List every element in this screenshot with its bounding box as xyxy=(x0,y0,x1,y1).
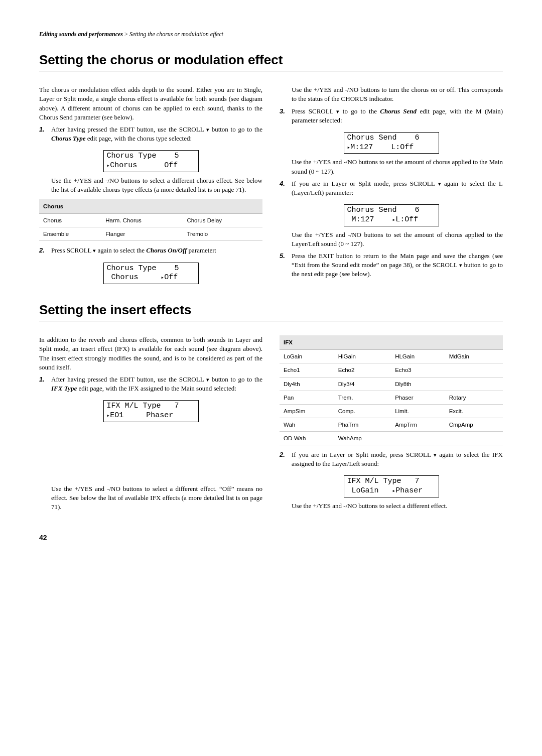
table-row: AmpSimComp.Limit.Excit. xyxy=(280,404,503,418)
step-3: 3. Press SCROLL to go to the Chorus Send… xyxy=(280,107,503,128)
lcd-chorus-send-m: Chorus Send 6 M:127 L:Off xyxy=(344,132,439,154)
step-2-after: Use the +/YES and -/NO buttons to turn t… xyxy=(292,85,503,103)
step-number: 3. xyxy=(280,107,288,128)
step-1-ifx-after: Use the +/YES and -/NO buttons to select… xyxy=(51,484,262,512)
lcd-ifx-layer: IFX M/L Type 7 LoGain Phaser xyxy=(344,475,439,497)
lcd-ifx-main: IFX M/L Type 7 EO1 Phaser xyxy=(103,400,199,422)
step-number: 5. xyxy=(280,251,288,282)
step-4-after: Use the +/YES and -/NO buttons to set th… xyxy=(292,230,503,248)
step-number: 1. xyxy=(39,125,47,146)
step-2-ifx: 2. If you are in Layer or Split mode, pr… xyxy=(280,450,503,471)
ifx-table-header: IFX xyxy=(280,335,503,350)
step-5: 5. Press the EXIT button to return to th… xyxy=(280,251,503,282)
table-row: Dly4thDly3/4Dly8th xyxy=(280,377,503,391)
table-row: Ensemble Flanger Tremolo xyxy=(39,227,262,241)
ifx-table: IFX LoGainHiGainHLGainMdGain Echo1Echo2E… xyxy=(280,335,503,445)
step-3-after: Use the +/YES and -/NO buttons to set th… xyxy=(292,158,503,176)
step-2-ifx-after: Use the +/YES and -/NO buttons to select… xyxy=(292,501,503,511)
section-2-columns: In addition to the reverb and chorus eff… xyxy=(39,335,503,515)
table-row: Echo1Echo2Echo3 xyxy=(280,363,503,377)
chorus-table: Chorus Chorus Harm. Chorus Chorus Delay … xyxy=(39,199,262,241)
section-1-columns: The chorus or modulation effect adds dep… xyxy=(39,85,503,287)
chorus-table-header: Chorus xyxy=(39,199,262,214)
step-1-after: Use the +/YES and -/NO buttons to select… xyxy=(51,176,262,194)
step-2: 2. Press SCROLL again to select the Chor… xyxy=(39,246,262,258)
intro-paragraph-2: In addition to the reverb and chorus eff… xyxy=(39,335,262,372)
step-number: 1. xyxy=(39,375,47,396)
step-4: 4. If you are in Layer or Split mode, pr… xyxy=(280,179,503,200)
step-1: 1. After having pressed the EDIT button,… xyxy=(39,125,262,146)
breadcrumb: Editing sounds and performances > Settin… xyxy=(39,30,503,39)
lcd-chorus-send-l: Chorus Send 6 M:127 L:Off xyxy=(344,204,439,226)
table-row: OD-WahWahAmp xyxy=(280,431,503,445)
lcd-chorus-onoff: Chorus Type 5 Chorus Off xyxy=(103,263,199,285)
table-row: WahPhaTrmAmpTrmCmpAmp xyxy=(280,418,503,431)
breadcrumb-section: Editing sounds and performances xyxy=(39,31,123,38)
section-title-insert: Setting the insert effects xyxy=(39,301,503,321)
breadcrumb-sep: > xyxy=(123,31,129,38)
table-row: Chorus Harm. Chorus Chorus Delay xyxy=(39,214,262,227)
step-1-ifx: 1. After having pressed the EDIT button,… xyxy=(39,375,262,396)
step-number: 2. xyxy=(39,246,47,258)
page-number: 42 xyxy=(39,533,503,543)
table-row: PanTrem.PhaserRotary xyxy=(280,391,503,404)
step-number: 2. xyxy=(280,450,288,471)
step-number: 4. xyxy=(280,179,288,200)
lcd-chorus-type-1: Chorus Type 5 Chorus Off xyxy=(103,150,199,172)
table-row: LoGainHiGainHLGainMdGain xyxy=(280,350,503,363)
breadcrumb-sub: Setting the chorus or modulation effect xyxy=(129,31,223,38)
intro-paragraph: The chorus or modulation effect adds dep… xyxy=(39,85,262,122)
section-title-chorus: Setting the chorus or modulation effect xyxy=(39,51,503,71)
